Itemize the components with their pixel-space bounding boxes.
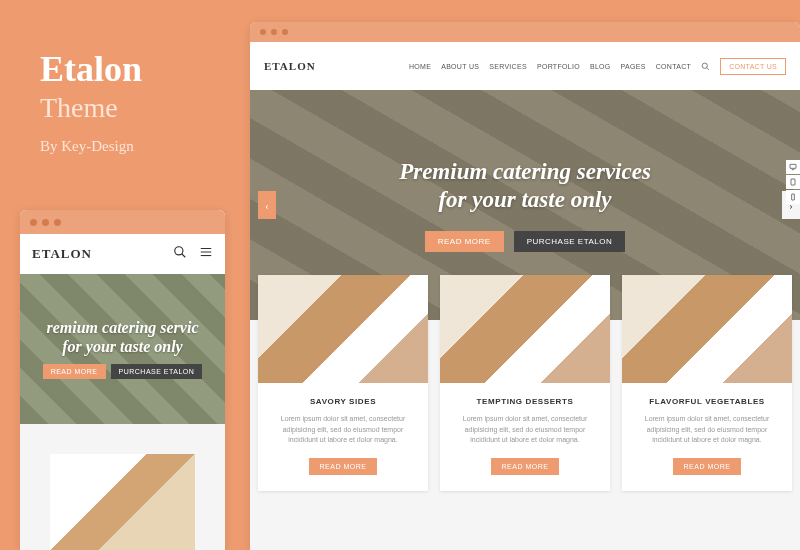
- nav-about[interactable]: ABOUT US: [441, 63, 479, 70]
- mobile-purchase-button[interactable]: PURCHASE ETALON: [111, 364, 203, 379]
- nav-pages[interactable]: PAGES: [621, 63, 646, 70]
- mobile-header: ETALON: [20, 234, 225, 274]
- card-flavorful-vegetables: FLAVORFUL VEGETABLES Lorem ipsum dolor s…: [622, 275, 792, 491]
- contact-us-button[interactable]: CONTACT US: [720, 58, 786, 75]
- card-text: Lorem ipsum dolor sit amet, consectetur …: [268, 414, 418, 446]
- mobile-hero-line1: remium catering servic: [47, 319, 199, 336]
- tablet-view-icon[interactable]: [786, 175, 800, 189]
- svg-line-6: [707, 68, 709, 70]
- svg-rect-9: [791, 179, 795, 185]
- card-read-more-button[interactable]: READ MORE: [491, 458, 560, 475]
- window-dot: [282, 29, 288, 35]
- mobile-card-image: [50, 454, 195, 550]
- window-dot: [54, 219, 61, 226]
- svg-rect-7: [790, 164, 796, 168]
- desktop-preview-window: ETALON HOME ABOUT US SERVICES PORTFOLIO …: [250, 22, 800, 550]
- svg-line-1: [182, 254, 186, 258]
- nav-home[interactable]: HOME: [409, 63, 431, 70]
- theme-info-panel: Etalon Theme By Key-Design: [40, 48, 240, 155]
- svg-point-5: [702, 63, 707, 68]
- search-icon[interactable]: [173, 245, 187, 263]
- card-tempting-desserts: TEMPTING DESSERTS Lorem ipsum dolor sit …: [440, 275, 610, 491]
- card-image: [622, 275, 792, 383]
- mobile-logo[interactable]: ETALON: [32, 246, 92, 262]
- mobile-hero-heading: remium catering servic for your taste on…: [47, 319, 199, 356]
- desktop-hero-line1: Premium catering services: [399, 159, 651, 184]
- card-title: FLAVORFUL VEGETABLES: [632, 397, 782, 406]
- mobile-window-chrome: [20, 210, 225, 234]
- nav-contact[interactable]: CONTACT: [656, 63, 691, 70]
- desktop-window-chrome: [250, 22, 800, 42]
- cards-row: SAVORY SIDES Lorem ipsum dolor sit amet,…: [250, 275, 800, 491]
- card-image: [258, 275, 428, 383]
- desktop-nav: HOME ABOUT US SERVICES PORTFOLIO BLOG PA…: [409, 57, 786, 75]
- theme-subtitle: Theme: [40, 92, 240, 124]
- viewport-switcher: [786, 160, 800, 205]
- mobile-hero: remium catering servic for your taste on…: [20, 274, 225, 424]
- search-icon[interactable]: [701, 57, 710, 75]
- card-savory-sides: SAVORY SIDES Lorem ipsum dolor sit amet,…: [258, 275, 428, 491]
- window-dot: [271, 29, 277, 35]
- mobile-preview-window: ETALON remium catering servic for your t…: [20, 210, 225, 550]
- mobile-card-area: [20, 424, 225, 550]
- theme-author: By Key-Design: [40, 138, 240, 155]
- nav-blog[interactable]: BLOG: [590, 63, 611, 70]
- card-title: SAVORY SIDES: [268, 397, 418, 406]
- card-read-more-button[interactable]: READ MORE: [673, 458, 742, 475]
- desktop-hero-line2: for your taste only: [438, 187, 611, 212]
- nav-services[interactable]: SERVICES: [489, 63, 527, 70]
- window-dot: [260, 29, 266, 35]
- card-image: [440, 275, 610, 383]
- window-dot: [30, 219, 37, 226]
- desktop-header: ETALON HOME ABOUT US SERVICES PORTFOLIO …: [250, 42, 800, 90]
- card-text: Lorem ipsum dolor sit amet, consectetur …: [632, 414, 782, 446]
- desktop-hero-heading: Premium catering services for your taste…: [399, 158, 651, 213]
- card-text: Lorem ipsum dolor sit amet, consectetur …: [450, 414, 600, 446]
- read-more-button[interactable]: READ MORE: [425, 231, 504, 252]
- mobile-view-icon[interactable]: [786, 190, 800, 204]
- card-title: TEMPTING DESSERTS: [450, 397, 600, 406]
- desktop-view-icon[interactable]: [786, 160, 800, 174]
- theme-title: Etalon: [40, 48, 240, 90]
- mobile-hero-line2: for your taste only: [62, 338, 182, 355]
- svg-rect-10: [792, 194, 795, 200]
- menu-icon[interactable]: [199, 245, 213, 263]
- window-dot: [42, 219, 49, 226]
- purchase-button[interactable]: PURCHASE ETALON: [514, 231, 626, 252]
- desktop-logo[interactable]: ETALON: [264, 60, 316, 72]
- card-read-more-button[interactable]: READ MORE: [309, 458, 378, 475]
- svg-point-0: [175, 247, 183, 255]
- nav-portfolio[interactable]: PORTFOLIO: [537, 63, 580, 70]
- carousel-prev-button[interactable]: ‹: [258, 191, 276, 219]
- mobile-read-more-button[interactable]: READ MORE: [43, 364, 106, 379]
